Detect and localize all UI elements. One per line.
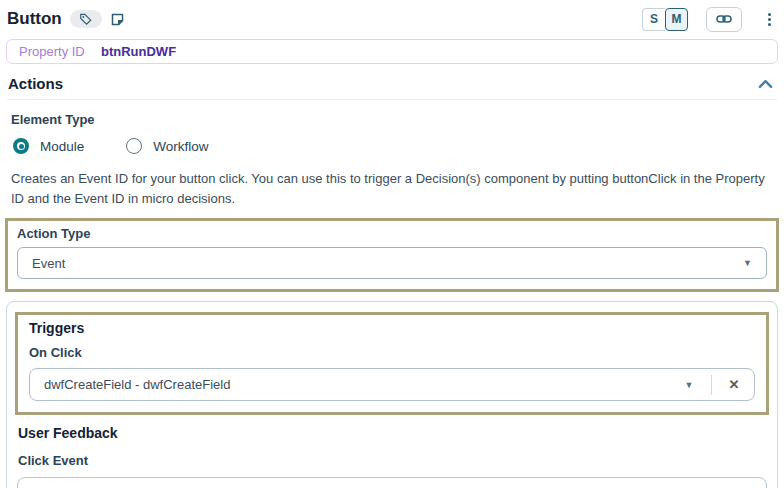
click-event-label: Click Event: [18, 453, 766, 468]
triggers-group: Triggers On Click dwfCreateField - dwfCr…: [15, 312, 769, 415]
radio-workflow-label: Workflow: [153, 139, 208, 154]
radio-option-module[interactable]: Module: [13, 138, 84, 154]
tag-icon: [79, 12, 93, 26]
page-title: Button: [7, 9, 62, 29]
chevron-up-icon: [758, 79, 773, 89]
action-type-selected-value: Event: [32, 256, 65, 271]
note-button[interactable]: [110, 12, 125, 27]
clear-selection-icon[interactable]: ✕: [714, 377, 754, 392]
property-id-row: Property ID btnRunDWF: [6, 39, 778, 64]
size-toggle: S M: [642, 8, 688, 31]
collapse-section-button[interactable]: [758, 79, 773, 89]
actions-section-header: Actions: [7, 75, 777, 100]
kebab-icon: [768, 13, 771, 16]
element-type-label: Element Type: [11, 112, 773, 127]
size-medium-button[interactable]: M: [665, 8, 688, 31]
size-small-button[interactable]: S: [642, 8, 665, 31]
radio-module-label: Module: [40, 139, 84, 154]
click-event-input[interactable]: [17, 477, 767, 488]
element-type-group: Element Type Module Workflow: [11, 112, 773, 154]
on-click-label: On Click: [29, 345, 755, 360]
action-type-label: Action Type: [17, 226, 767, 241]
caret-down-icon: ▼: [743, 258, 752, 268]
caret-down-icon[interactable]: ▼: [669, 380, 709, 390]
copy-link-button[interactable]: [706, 7, 742, 32]
property-id-value: btnRunDWF: [101, 44, 176, 59]
on-click-selected-value: dwfCreateField - dwfCreateField: [44, 377, 230, 392]
tag-button[interactable]: [70, 10, 102, 28]
action-type-group: Action Type Event ▼: [5, 218, 779, 292]
select-divider: [711, 375, 712, 395]
radio-option-workflow[interactable]: Workflow: [126, 138, 208, 154]
link-icon: [716, 13, 732, 25]
radio-selected-icon[interactable]: [13, 138, 29, 154]
radio-unselected-icon[interactable]: [126, 138, 142, 154]
on-click-select[interactable]: dwfCreateField - dwfCreateField ▼ ✕: [29, 368, 755, 401]
more-options-button[interactable]: [762, 9, 777, 30]
actions-detail-card: Triggers On Click dwfCreateField - dwfCr…: [6, 301, 778, 488]
button-config-panel: Button S M: [0, 0, 784, 488]
user-feedback-label: User Feedback: [18, 425, 766, 441]
actions-title: Actions: [8, 75, 63, 92]
actions-description: Creates an Event ID for your button clic…: [11, 169, 773, 208]
element-type-options: Module Workflow: [13, 138, 771, 154]
action-type-select[interactable]: Event ▼: [17, 247, 767, 279]
triggers-label: Triggers: [29, 320, 755, 336]
header: Button S M: [5, 4, 779, 32]
property-id-label: Property ID: [19, 44, 101, 59]
